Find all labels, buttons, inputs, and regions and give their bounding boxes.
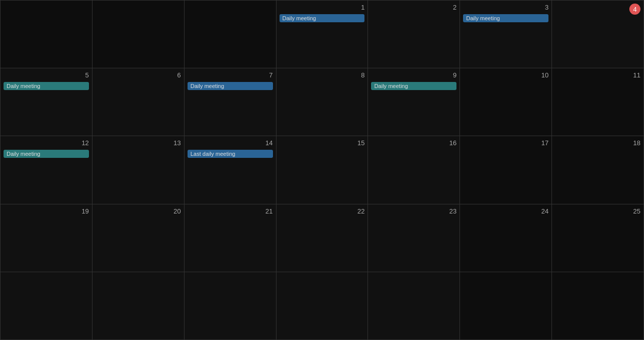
- calendar-cell[interactable]: 20: [93, 204, 185, 272]
- calendar-cell[interactable]: 6: [93, 68, 185, 136]
- calendar-cell[interactable]: 24: [460, 204, 552, 272]
- calendar-cell[interactable]: [552, 272, 644, 340]
- day-number: 11: [555, 71, 640, 79]
- calendar-cell[interactable]: 7Daily meeting: [185, 68, 277, 136]
- day-number: 6: [96, 71, 181, 79]
- calendar-cell[interactable]: 5Daily meeting: [1, 68, 93, 136]
- day-number: 3: [463, 4, 548, 11]
- calendar-cell[interactable]: 12Daily meeting: [1, 136, 93, 204]
- day-number: 21: [188, 207, 273, 215]
- day-number: 2: [371, 4, 456, 11]
- day-number: 5: [4, 71, 89, 79]
- day-number: 18: [555, 139, 640, 147]
- day-number: 25: [555, 207, 640, 215]
- day-number: 17: [463, 139, 548, 147]
- calendar-cell[interactable]: 9Daily meeting: [368, 68, 460, 136]
- day-number: 1: [280, 4, 365, 11]
- calendar-cell[interactable]: 3Daily meeting: [460, 1, 552, 68]
- calendar-cell[interactable]: [1, 272, 93, 340]
- day-number: 9: [371, 71, 456, 79]
- calendar-cell[interactable]: 11: [552, 68, 644, 136]
- calendar-grid: 1Daily meeting23Daily meeting45Daily mee…: [0, 0, 644, 340]
- day-number: 15: [280, 139, 365, 147]
- day-number: 7: [188, 71, 273, 79]
- day-number: 12: [4, 139, 89, 147]
- day-number: 13: [96, 139, 181, 147]
- calendar-cell[interactable]: [460, 272, 552, 340]
- calendar-cell[interactable]: 13: [93, 136, 185, 204]
- calendar-cell[interactable]: 22: [277, 204, 369, 272]
- calendar-cell[interactable]: [93, 1, 185, 68]
- calendar-event[interactable]: Daily meeting: [280, 14, 365, 22]
- calendar-cell[interactable]: 19: [1, 204, 93, 272]
- calendar-cell[interactable]: 2: [368, 1, 460, 68]
- day-number: 10: [463, 71, 548, 79]
- calendar-event[interactable]: Last daily meeting: [188, 150, 273, 158]
- calendar-event[interactable]: Daily meeting: [188, 82, 273, 90]
- calendar-event[interactable]: Daily meeting: [463, 14, 548, 22]
- day-number: 22: [280, 207, 365, 215]
- calendar-cell[interactable]: 17: [460, 136, 552, 204]
- calendar-cell[interactable]: 1Daily meeting: [277, 1, 369, 68]
- day-number: 20: [96, 207, 181, 215]
- day-number: 14: [188, 139, 273, 147]
- day-number: 19: [4, 207, 89, 215]
- calendar-cell[interactable]: 14Last daily meeting: [185, 136, 277, 204]
- day-number: 23: [371, 207, 456, 215]
- calendar-cell[interactable]: [185, 272, 277, 340]
- calendar-cell[interactable]: 18: [552, 136, 644, 204]
- calendar-event[interactable]: Daily meeting: [4, 82, 89, 90]
- calendar-cell[interactable]: [368, 272, 460, 340]
- calendar-cell[interactable]: 16: [368, 136, 460, 204]
- day-number: 24: [463, 207, 548, 215]
- calendar-cell[interactable]: [277, 272, 369, 340]
- calendar-event[interactable]: Daily meeting: [371, 82, 456, 90]
- day-number: 8: [280, 71, 365, 79]
- calendar-cell[interactable]: 15: [277, 136, 369, 204]
- calendar-cell[interactable]: [185, 1, 277, 68]
- day-number: 4: [629, 4, 640, 15]
- day-number: 16: [371, 139, 456, 147]
- calendar-cell[interactable]: 23: [368, 204, 460, 272]
- calendar-cell[interactable]: 8: [277, 68, 369, 136]
- calendar-cell[interactable]: 25: [552, 204, 644, 272]
- calendar-cell[interactable]: 10: [460, 68, 552, 136]
- calendar-cell[interactable]: [93, 272, 185, 340]
- calendar-cell[interactable]: [1, 1, 93, 68]
- calendar-cell[interactable]: 21: [185, 204, 277, 272]
- calendar-cell[interactable]: 4: [552, 1, 644, 68]
- calendar-event[interactable]: Daily meeting: [4, 150, 89, 158]
